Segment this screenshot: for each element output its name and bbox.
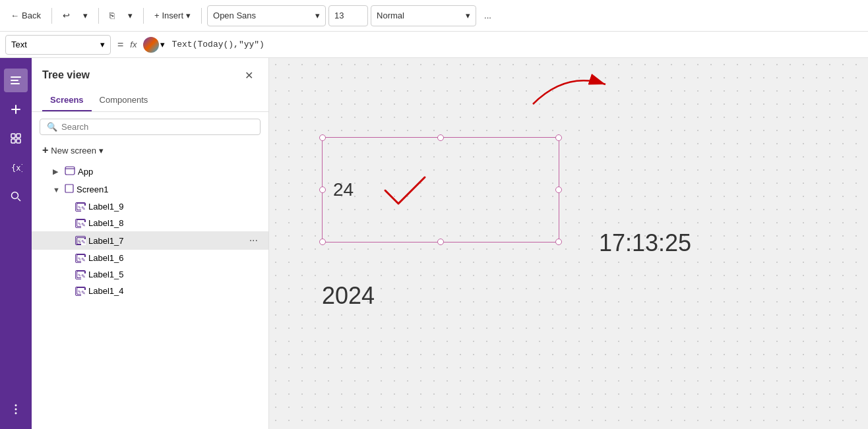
back-arrow-icon: ←: [11, 11, 19, 20]
tree-item-label1-8[interactable]: ✎ Label1_8: [32, 215, 268, 231]
svg-rect-1: [11, 80, 18, 81]
label1-6-text: Label1_6: [88, 253, 258, 263]
label-icon: ✎: [75, 236, 86, 245]
search-input[interactable]: [61, 122, 253, 132]
new-screen-plus-icon: +: [42, 144, 48, 156]
main-area: {x} Tree view ✕: [0, 58, 868, 429]
clipboard-arrow-icon: ▾: [128, 11, 133, 20]
control-chevron: ▾: [100, 40, 105, 49]
toolbar: ← Back ↩ ▾ ⎘ ▾ + Insert ▾ Open Sans ▾ 13…: [0, 0, 868, 32]
selected-text-box[interactable]: 24: [322, 137, 559, 243]
tab-components[interactable]: Components: [92, 90, 156, 111]
app-item-icon: [65, 166, 75, 177]
formula-input[interactable]: [171, 40, 863, 49]
svg-text:✎: ✎: [77, 240, 80, 244]
handle-bottom-left[interactable]: [319, 239, 326, 245]
variable-icon-button[interactable]: {x}: [4, 156, 28, 179]
tree-item-label1-4[interactable]: ✎ Label1_4: [32, 283, 268, 299]
svg-text:✎: ✎: [77, 257, 80, 261]
tree-item-label1-6[interactable]: ✎ Label1_6: [32, 250, 268, 266]
svg-line-11: [18, 198, 20, 201]
screen1-label: Screen1: [77, 185, 258, 194]
insert-button[interactable]: + Insert ▾: [149, 8, 196, 23]
undo-button[interactable]: ↩: [57, 8, 75, 23]
handle-top-left[interactable]: [319, 134, 326, 141]
font-size-value: 13: [334, 11, 344, 20]
tab-screens[interactable]: Screens: [42, 90, 92, 111]
back-button[interactable]: ← Back: [5, 8, 46, 23]
svg-rect-17: [65, 185, 73, 192]
icon-bar-top: {x}: [4, 63, 28, 395]
handle-middle-left[interactable]: [319, 186, 326, 193]
font-family-selector[interactable]: Open Sans ▾: [207, 5, 326, 26]
formula-bar: Text ▾ = fx ▾: [0, 32, 868, 58]
copilot-button[interactable]: ▾: [140, 36, 168, 54]
layers-icon-button[interactable]: [4, 69, 28, 92]
undo-arrow-button[interactable]: ▾: [78, 8, 93, 23]
clipboard-button[interactable]: ⎘: [104, 8, 120, 23]
style-value: Normal: [377, 11, 404, 20]
divider-4: [201, 8, 202, 24]
tree-item-label1-5[interactable]: ✎ Label1_5: [32, 266, 268, 283]
svg-text:✎: ✎: [77, 290, 80, 294]
style-selector[interactable]: Normal ▾: [371, 5, 476, 26]
clipboard-icon: ⎘: [109, 11, 115, 20]
control-selector[interactable]: Text ▾: [5, 35, 111, 55]
insert-label: Insert: [162, 11, 184, 20]
plus-icon: +: [154, 11, 160, 20]
undo-arrow-icon: ▾: [83, 11, 88, 20]
tree-item-label1-7[interactable]: ✎ Label1_7 ···: [32, 231, 268, 250]
svg-rect-5: [11, 134, 15, 138]
svg-text:✎: ✎: [77, 206, 80, 210]
fx-label: fx: [130, 40, 137, 49]
expand-icon-screen1: ▼: [53, 186, 62, 194]
tree-header: Tree view ✕: [32, 58, 268, 90]
label1-7-text: Label1_7: [88, 236, 247, 246]
font-size-selector[interactable]: 13: [328, 5, 368, 26]
svg-rect-6: [16, 134, 20, 138]
canvas-area[interactable]: 24 2024 17:13:25: [269, 58, 868, 429]
undo-icon: ↩: [63, 11, 70, 20]
label-icon: ✎: [75, 202, 86, 212]
font-family-chevron: ▾: [315, 11, 320, 20]
label1-4-text: Label1_4: [88, 286, 258, 296]
search-icon-button[interactable]: [4, 185, 28, 208]
handle-top-right[interactable]: [555, 134, 562, 141]
handle-middle-right[interactable]: [555, 186, 562, 193]
svg-point-12: [15, 405, 17, 407]
tree-title: Tree view: [42, 69, 90, 81]
svg-text:✎: ✎: [77, 222, 80, 226]
svg-point-13: [15, 409, 17, 411]
tree-item-screen1[interactable]: ▼ Screen1: [32, 181, 268, 198]
copilot-chevron: ▾: [160, 40, 165, 49]
new-screen-button[interactable]: + New screen ▾: [32, 142, 268, 163]
screen-item-icon: [65, 184, 74, 195]
tree-items: ▶ App ▼ Screen1: [32, 163, 268, 429]
clipboard-arrow-button[interactable]: ▾: [123, 8, 138, 23]
red-checkmark: [382, 171, 435, 210]
grid-icon-button[interactable]: [4, 127, 28, 150]
svg-rect-8: [16, 139, 20, 143]
svg-rect-15: [65, 167, 75, 175]
more-icon: ...: [484, 11, 491, 20]
tree-item-app[interactable]: ▶ App: [32, 163, 268, 181]
svg-text:✎: ✎: [77, 273, 80, 277]
app-item-label: App: [78, 167, 258, 177]
divider-2: [98, 8, 99, 24]
tree-tabs: Screens Components: [32, 90, 268, 112]
handle-bottom-center[interactable]: [437, 239, 444, 245]
tree-close-button[interactable]: ✕: [239, 66, 258, 84]
equals-sign: =: [115, 39, 126, 51]
more-button[interactable]: ...: [479, 8, 497, 23]
expand-icon: ▶: [53, 167, 62, 176]
handle-top-center[interactable]: [437, 134, 444, 141]
tree-item-label1-9[interactable]: ✎ Label1_9: [32, 198, 268, 215]
label-icon: ✎: [75, 219, 86, 228]
label1-7-more-button[interactable]: ···: [249, 235, 258, 246]
handle-bottom-right[interactable]: [555, 239, 562, 245]
more-icon-button[interactable]: [4, 397, 28, 421]
control-name: Text: [11, 40, 27, 49]
svg-point-14: [15, 413, 17, 415]
add-icon-button[interactable]: [4, 98, 28, 121]
new-screen-chevron: ▾: [99, 146, 104, 156]
